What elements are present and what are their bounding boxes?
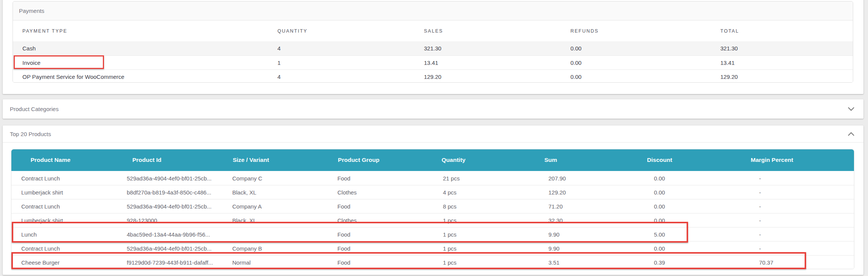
payments-card: Payments PAYMENT TYPE QUANTITY SALES REF…: [3, 0, 863, 94]
cell-discount: 0.00: [654, 189, 665, 196]
cell-sum: 9.90: [548, 231, 559, 238]
cell-product-name: Cheese Burger: [21, 259, 60, 266]
cell-margin-percent: -: [759, 217, 761, 224]
cell-quantity: 21 pcs: [443, 175, 460, 181]
table-row: Lumberjack shirt b8df270a-b819-4a3f-850c…: [11, 185, 854, 199]
top-products-table: Product Name Product Id Size / Variant P…: [11, 149, 854, 269]
cell-product-id: 529ad36a-4904-4ef0-bf01-25cb...: [127, 175, 212, 181]
cell-sales: 129.20: [424, 74, 441, 80]
cell-product-name: Lumberjack shirt: [21, 217, 63, 224]
product-categories-card: Product Categories: [3, 99, 863, 119]
top-products-header[interactable]: Top 20 Products: [3, 125, 863, 143]
product-categories-title: Product Categories: [10, 106, 58, 112]
column-header-margin-percent: Margin Percent: [751, 157, 793, 163]
cell-sum: 9.90: [548, 245, 559, 252]
cell-sum: 129.20: [548, 189, 566, 196]
cell-margin-percent: -: [759, 231, 761, 238]
table-row-invoice: Invoice 1 13.41 0.00 13.41: [13, 55, 853, 70]
cell-total: 321.30: [720, 45, 738, 52]
payments-section-header: Payments: [13, 2, 853, 20]
cell-quantity: 1 pcs: [443, 231, 457, 238]
cell-product-group: Food: [337, 203, 350, 210]
cell-product-id: 529ad36a-4904-4ef0-bf01-25cb...: [127, 245, 212, 252]
column-header-product-id: Product Id: [132, 157, 162, 163]
chevron-down-icon[interactable]: [848, 107, 854, 111]
cell-margin-percent: -: [759, 245, 761, 252]
cell-sales: 321.30: [424, 45, 441, 52]
table-row: Contract Lunch 529ad36a-4904-4ef0-bf01-2…: [11, 171, 854, 185]
table-row-cheese-burger: Cheese Burger f9129d0d-7239-443f-b911-da…: [11, 255, 854, 269]
cell-product-id: 928-123000: [127, 217, 157, 224]
cell-total: 13.41: [720, 59, 735, 66]
cell-quantity: 8 pcs: [443, 203, 457, 210]
cell-discount: 0.00: [654, 203, 665, 210]
cell-size-variant: Company A: [232, 203, 262, 210]
cell-size-variant: Black, XL: [232, 189, 256, 196]
cell-total: 129.20: [720, 74, 738, 80]
table-row: Contract Lunch 529ad36a-4904-4ef0-bf01-2…: [11, 199, 854, 213]
cell-quantity: 1 pcs: [443, 245, 457, 252]
payments-title: Payments: [19, 8, 44, 14]
cell-product-group: Food: [337, 259, 350, 266]
cell-sum: 207.90: [548, 175, 566, 181]
cell-payment-type: OP Payment Service for WooCommerce: [22, 74, 124, 80]
column-header-size-variant: Size / Variant: [233, 157, 269, 163]
column-header-quantity: QUANTITY: [277, 28, 307, 34]
cell-product-name: Lumberjack shirt: [21, 189, 63, 196]
cell-sum: 3.51: [548, 259, 559, 266]
cell-size-variant: Normal: [232, 259, 250, 266]
cell-sum: 32.30: [548, 217, 563, 224]
cell-product-id: 529ad36a-4904-4ef0-bf01-25cb...: [127, 203, 212, 210]
cell-margin-percent: 70.37: [759, 259, 773, 266]
cell-quantity: 1 pcs: [443, 217, 457, 224]
cell-product-name: Lunch: [21, 231, 37, 238]
cell-size-variant: Company B: [232, 245, 262, 252]
cell-product-group: Clothes: [337, 217, 357, 224]
product-categories-header[interactable]: Product Categories: [3, 99, 863, 119]
column-header-sales: SALES: [424, 28, 443, 34]
cell-product-name: Contract Lunch: [21, 245, 60, 252]
table-row-lunch: Lunch 4bac59ed-13a4-44aa-9b96-f56... Foo…: [11, 227, 854, 241]
column-header-quantity: Quantity: [442, 157, 466, 163]
cell-product-id: b8df270a-b819-4a3f-850c-c486...: [127, 189, 211, 196]
column-header-discount: Discount: [647, 157, 672, 163]
table-row: Lumberjack shirt 928-123000 Black, XL Cl…: [11, 213, 854, 227]
cell-quantity: 1 pcs: [443, 259, 457, 266]
payments-table: Payments PAYMENT TYPE QUANTITY SALES REF…: [13, 1, 853, 83]
cell-discount: 0.00: [654, 175, 665, 181]
cell-payment-type: Invoice: [22, 59, 41, 66]
cell-product-id: f9129d0d-7239-443f-b911-dafaff...: [127, 259, 213, 266]
top-products-title: Top 20 Products: [10, 131, 51, 137]
chevron-up-icon[interactable]: [848, 132, 854, 136]
cell-payment-type: Cash: [22, 45, 36, 52]
cell-sales: 13.41: [424, 59, 438, 66]
cell-quantity: 1: [277, 59, 280, 66]
cell-size-variant: Black, XL: [232, 217, 256, 224]
cell-product-group: Food: [337, 231, 350, 238]
cell-product-group: Food: [337, 175, 350, 181]
top-products-card: Top 20 Products Product Name Product Id …: [3, 125, 863, 275]
column-header-sum: Sum: [544, 157, 557, 163]
cell-refunds: 0.00: [570, 59, 581, 66]
cell-quantity: 4: [277, 74, 280, 80]
table-row: Contract Lunch 529ad36a-4904-4ef0-bf01-2…: [11, 241, 854, 255]
top-products-table-header: Product Name Product Id Size / Variant P…: [11, 149, 854, 171]
cell-quantity: 4: [277, 45, 280, 52]
cell-discount: 5.00: [654, 231, 665, 238]
cell-product-id: 4bac59ed-13a4-44aa-9b96-f56...: [127, 231, 210, 238]
column-header-refunds: REFUNDS: [570, 28, 599, 34]
table-row-cash: Cash 4 321.30 0.00 321.30: [13, 41, 853, 55]
column-header-payment-type: PAYMENT TYPE: [22, 28, 67, 34]
cell-margin-percent: -: [759, 175, 761, 181]
cell-refunds: 0.00: [570, 74, 581, 80]
cell-sum: 71.20: [548, 203, 563, 210]
column-header-total: TOTAL: [720, 28, 739, 34]
cell-product-name: Contract Lunch: [21, 175, 60, 181]
cell-discount: 0.00: [654, 217, 665, 224]
cell-product-group: Food: [337, 245, 350, 252]
cell-margin-percent: -: [759, 203, 761, 210]
cell-product-name: Contract Lunch: [21, 203, 60, 210]
payments-table-header: PAYMENT TYPE QUANTITY SALES REFUNDS TOTA…: [13, 20, 853, 41]
cell-margin-percent: -: [759, 189, 761, 196]
cell-product-group: Clothes: [337, 189, 357, 196]
